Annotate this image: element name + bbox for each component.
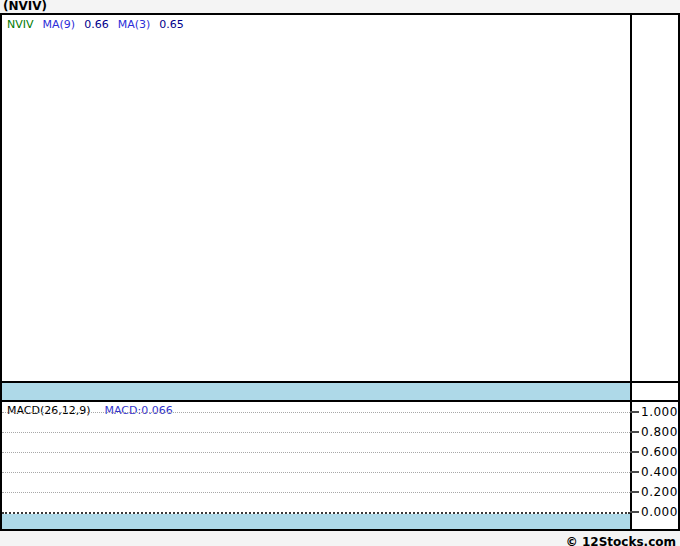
date-axis-band-bottom (2, 514, 630, 529)
axis-tick (630, 451, 639, 453)
price-panel: NVIVMA(9)0.66MA(3)0.65 (2, 15, 630, 381)
legend-ma3-value: 0.65 (159, 18, 184, 31)
axis-tick-label: 0.200 (641, 484, 679, 500)
page-title: (NVIV) (3, 0, 47, 13)
macd-gridline-0400 (2, 472, 630, 473)
date-axis-band-top (2, 383, 630, 400)
axis-tick (630, 471, 639, 473)
axis-tick-label: 0.000 (641, 504, 679, 520)
legend-ma9-value: 0.66 (84, 18, 109, 31)
axis-tick-label: 0.400 (641, 464, 679, 480)
axis-tick-label: 0.800 (641, 424, 679, 440)
legend-ma3-label: MA(3) (118, 18, 151, 31)
axis-tick (630, 431, 639, 433)
macd-gridline-0600 (2, 452, 630, 453)
axis-tick-label: 0.600 (641, 444, 679, 460)
macd-label: MACD(26,12,9) (7, 404, 91, 417)
axis-tick-label: 1.000 (641, 404, 679, 420)
footer-credit: © 12Stocks.com (566, 535, 680, 546)
chart-frame: NVIVMA(9)0.66MA(3)0.65 MACD(26,12,9)MACD… (0, 13, 680, 531)
footer: © 12Stocks.com (0, 531, 680, 546)
macd-gridline-1000 (2, 412, 630, 413)
axis-tick (630, 491, 639, 493)
macd-value: MACD:0.066 (105, 404, 173, 417)
macd-gridline-0800 (2, 432, 630, 433)
macd-caption: MACD(26,12,9)MACD:0.066 (7, 404, 173, 417)
legend-ma9-label: MA(9) (43, 18, 76, 31)
price-legend: NVIVMA(9)0.66MA(3)0.65 (7, 18, 193, 31)
stock-chart-page: { "header": { "title": "(NVIV)" }, "pric… (0, 0, 680, 546)
macd-panel: MACD(26,12,9)MACD:0.066 (2, 402, 630, 514)
axis-tick (630, 511, 639, 513)
axis-tick (630, 411, 639, 413)
macd-gridline-0200 (2, 492, 630, 493)
legend-symbol: NVIV (7, 18, 34, 31)
